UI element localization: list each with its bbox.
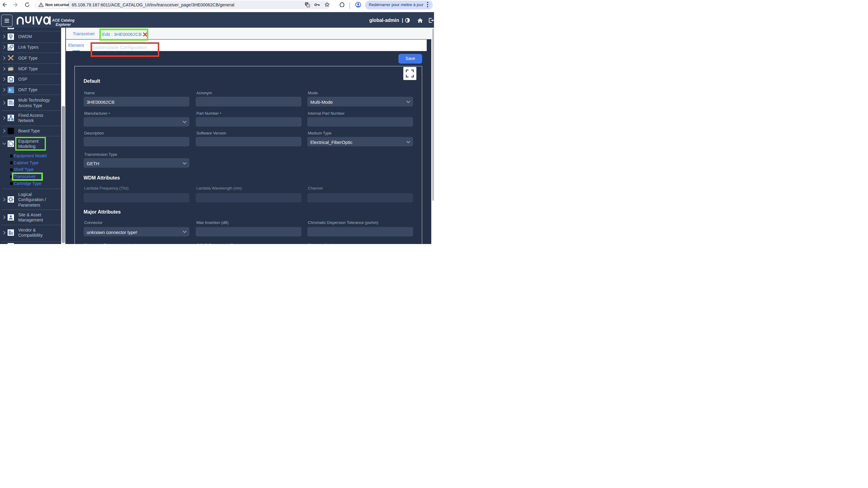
svg-text:x: x xyxy=(308,4,309,7)
